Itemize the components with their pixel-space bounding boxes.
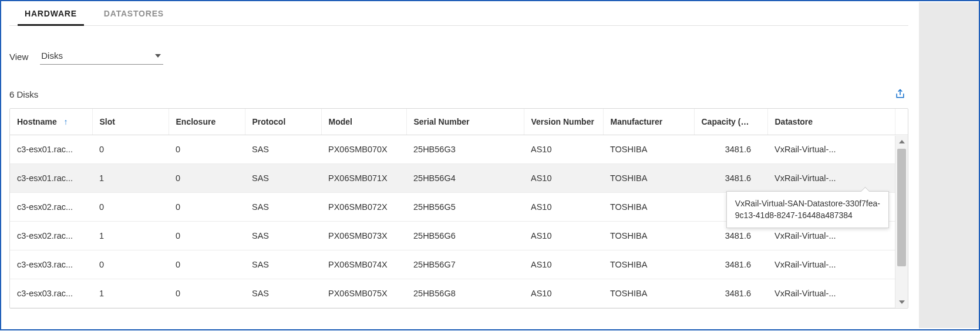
triangle-up-icon xyxy=(899,140,905,143)
cell-model: PX06SMB073X xyxy=(321,222,406,250)
cell-manufacturer: TOSHIBA xyxy=(603,279,694,308)
col-slot[interactable]: Slot xyxy=(92,109,169,135)
cell-enclosure: 0 xyxy=(169,222,245,250)
cell-protocol: SAS xyxy=(245,250,321,279)
scroll-thumb[interactable] xyxy=(897,149,906,266)
table-row[interactable]: c3-esx01.rac...00SASPX06SMB070X25HB56G3A… xyxy=(10,135,908,164)
col-hostname-label: Hostname xyxy=(17,117,57,126)
col-serial[interactable]: Serial Number xyxy=(406,109,524,135)
cell-serial: 25HB56G4 xyxy=(406,164,524,193)
col-hostname[interactable]: Hostname ↑ xyxy=(10,109,92,135)
cell-manufacturer: TOSHIBA xyxy=(603,222,694,250)
cell-manufacturer: TOSHIBA xyxy=(603,135,694,164)
export-button[interactable] xyxy=(894,88,906,100)
col-enclosure[interactable]: Enclosure xyxy=(169,109,245,135)
cell-datastore: VxRail-Virtual-... xyxy=(767,135,895,164)
cell-slot: 0 xyxy=(92,250,169,279)
cell-model: PX06SMB074X xyxy=(321,250,406,279)
cell-enclosure: 0 xyxy=(169,279,245,308)
cell-slot: 1 xyxy=(92,279,169,308)
cell-slot: 0 xyxy=(92,135,169,164)
tooltip-line-1: VxRail-Virtual-SAN-Datastore-330f7fea- xyxy=(735,198,880,209)
tooltip-line-2: 9c13-41d8-8247-16448a487384 xyxy=(735,209,880,221)
cell-enclosure: 0 xyxy=(169,135,245,164)
col-scrollbar-spacer xyxy=(895,109,908,135)
table-row[interactable]: c3-esx01.rac...10SASPX06SMB071X25HB56G4A… xyxy=(10,164,908,193)
cell-capacity: 3481.6 xyxy=(694,250,767,279)
cell-model: PX06SMB072X xyxy=(321,193,406,222)
datastore-tooltip: VxRail-Virtual-SAN-Datastore-330f7fea- 9… xyxy=(726,191,889,228)
view-select[interactable]: Disks xyxy=(40,48,163,65)
scroll-up-button[interactable] xyxy=(895,136,908,148)
triangle-down-icon xyxy=(899,300,905,304)
cell-protocol: SAS xyxy=(245,135,321,164)
cell-manufacturer: TOSHIBA xyxy=(603,193,694,222)
cell-protocol: SAS xyxy=(245,222,321,250)
cell-protocol: SAS xyxy=(245,193,321,222)
col-capacity[interactable]: Capacity (GB) xyxy=(694,109,767,135)
view-label: View xyxy=(9,52,28,62)
table-scrollbar[interactable] xyxy=(895,136,908,308)
cell-serial: 25HB56G8 xyxy=(406,279,524,308)
cell-enclosure: 0 xyxy=(169,164,245,193)
cell-slot: 1 xyxy=(92,222,169,250)
table-header-row: Hostname ↑ Slot Enclosure Protocol Model… xyxy=(10,109,908,135)
view-row: View Disks xyxy=(9,48,908,65)
cell-serial: 25HB56G6 xyxy=(406,222,524,250)
disks-table-container: Hostname ↑ Slot Enclosure Protocol Model… xyxy=(9,108,908,309)
chevron-down-icon xyxy=(155,54,161,58)
cell-hostname: c3-esx02.rac... xyxy=(10,193,92,222)
cell-capacity: 3481.6 xyxy=(694,135,767,164)
cell-hostname: c3-esx01.rac... xyxy=(10,164,92,193)
col-version[interactable]: Version Number xyxy=(524,109,603,135)
right-margin-strip xyxy=(919,2,979,328)
cell-manufacturer: TOSHIBA xyxy=(603,164,694,193)
cell-capacity: 3481.6 xyxy=(694,279,767,308)
sort-asc-icon: ↑ xyxy=(64,117,68,126)
table-row[interactable]: c3-esx03.rac...10SASPX06SMB075X25HB56G8A… xyxy=(10,279,908,308)
tab-bar: HARDWARE DATASTORES xyxy=(9,1,908,26)
cell-enclosure: 0 xyxy=(169,250,245,279)
cell-hostname: c3-esx02.rac... xyxy=(10,222,92,250)
cell-enclosure: 0 xyxy=(169,193,245,222)
cell-version: AS10 xyxy=(524,135,603,164)
cell-version: AS10 xyxy=(524,222,603,250)
cell-version: AS10 xyxy=(524,250,603,279)
table-row[interactable]: c3-esx03.rac...00SASPX06SMB074X25HB56G7A… xyxy=(10,250,908,279)
cell-slot: 0 xyxy=(92,193,169,222)
disk-count-text: 6 Disks xyxy=(9,89,38,99)
cell-datastore: VxRail-Virtual-... xyxy=(767,250,895,279)
cell-hostname: c3-esx03.rac... xyxy=(10,250,92,279)
cell-model: PX06SMB070X xyxy=(321,135,406,164)
cell-model: PX06SMB075X xyxy=(321,279,406,308)
cell-slot: 1 xyxy=(92,164,169,193)
cell-serial: 25HB56G7 xyxy=(406,250,524,279)
cell-model: PX06SMB071X xyxy=(321,164,406,193)
col-model[interactable]: Model xyxy=(321,109,406,135)
cell-version: AS10 xyxy=(524,193,603,222)
cell-serial: 25HB56G3 xyxy=(406,135,524,164)
cell-manufacturer: TOSHIBA xyxy=(603,250,694,279)
view-select-value: Disks xyxy=(41,51,63,61)
col-datastore[interactable]: Datastore xyxy=(767,109,895,135)
cell-protocol: SAS xyxy=(245,164,321,193)
export-icon xyxy=(894,88,906,100)
tab-hardware[interactable]: HARDWARE xyxy=(25,1,77,25)
cell-capacity: 3481.6 xyxy=(694,164,767,193)
cell-hostname: c3-esx01.rac... xyxy=(10,135,92,164)
col-protocol[interactable]: Protocol xyxy=(245,109,321,135)
cell-datastore: VxRail-Virtual-... xyxy=(767,164,895,193)
cell-protocol: SAS xyxy=(245,279,321,308)
cell-hostname: c3-esx03.rac... xyxy=(10,279,92,308)
tab-datastores[interactable]: DATASTORES xyxy=(104,1,164,25)
cell-version: AS10 xyxy=(524,164,603,193)
scroll-down-button[interactable] xyxy=(895,296,908,308)
cell-serial: 25HB56G5 xyxy=(406,193,524,222)
col-manufacturer[interactable]: Manufacturer xyxy=(603,109,694,135)
cell-version: AS10 xyxy=(524,279,603,308)
cell-datastore: VxRail-Virtual-... xyxy=(767,279,895,308)
